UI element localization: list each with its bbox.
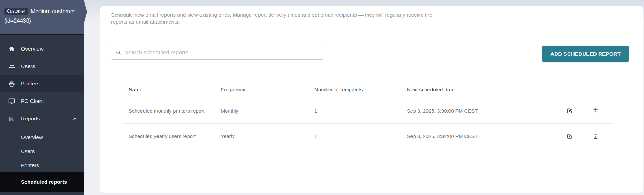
column-frequency: Frequency <box>221 87 314 92</box>
submenu-item-label: Users <box>21 148 35 154</box>
submenu-item-scheduled-reports[interactable]: Scheduled reports <box>0 172 84 192</box>
customer-header: CustomerMedium customer (id=24430) <box>0 0 84 35</box>
toolbar: ADD SCHEDULED REPORT <box>100 36 643 62</box>
column-name: Name <box>123 87 221 92</box>
chevron-up-icon <box>72 116 78 121</box>
sidebar-item-reports[interactable]: Reports <box>0 110 84 127</box>
submenu-item-label: Scheduled reports <box>21 179 67 185</box>
cell-next-date: Sep 3, 2025, 3:32:00 PM CEST <box>407 134 522 139</box>
printer-icon <box>8 81 15 87</box>
sidebar-nav: Overview Users Printers PC Client <box>0 35 84 192</box>
column-next-date: Next scheduled date <box>407 87 522 92</box>
row-actions <box>522 108 613 114</box>
row-actions <box>522 133 613 140</box>
sidebar: CustomerMedium customer (id=24430) Overv… <box>0 0 84 195</box>
search-input[interactable] <box>125 49 319 56</box>
table-row: Scheduled yearly users report Yearly 1 S… <box>123 123 613 149</box>
submenu-item-label: Overview <box>21 134 43 140</box>
sidebar-item-label: Printers <box>21 81 78 87</box>
sidebar-item-printers[interactable]: Printers <box>0 75 84 92</box>
trash-icon[interactable] <box>592 108 599 114</box>
search-box[interactable] <box>111 46 323 60</box>
submenu-item-printers[interactable]: Printers <box>0 158 84 172</box>
page-description: Schedule new email reports and view exis… <box>100 6 446 25</box>
scheduled-reports-table: Name Frequency Number of recipients Next… <box>123 81 613 149</box>
sidebar-item-users[interactable]: Users <box>0 58 84 75</box>
content-card: Schedule new email reports and view exis… <box>100 6 643 193</box>
edit-icon[interactable] <box>566 108 573 114</box>
sidebar-item-label: Reports <box>21 115 72 122</box>
cell-frequency: Monthly <box>221 108 314 114</box>
cell-name: Scheduled monthly printers report <box>123 108 221 114</box>
submenu-item-users[interactable]: Users <box>0 144 84 158</box>
reports-icon <box>8 115 15 122</box>
reports-submenu: Overview Users Printers Scheduled report… <box>0 130 84 192</box>
sidebar-item-label: Overview <box>21 46 78 52</box>
sidebar-item-overview[interactable]: Overview <box>0 40 84 58</box>
submenu-item-overview[interactable]: Overview <box>0 130 84 144</box>
main-area: Schedule new email reports and view exis… <box>84 0 644 195</box>
table-row: Scheduled monthly printers report Monthl… <box>123 98 613 123</box>
submenu-item-label: Printers <box>21 162 39 168</box>
column-recipients: Number of recipients <box>314 87 407 92</box>
search-icon <box>116 50 122 56</box>
users-icon <box>8 63 15 70</box>
sidebar-item-pc-client[interactable]: PC Client <box>0 92 84 110</box>
sidebar-item-label: Users <box>21 63 78 69</box>
monitor-icon <box>8 98 15 105</box>
cell-name: Scheduled yearly users report <box>123 134 221 139</box>
edit-icon[interactable] <box>566 133 573 140</box>
cell-next-date: Sep 3, 2025, 3:30:00 PM CEST <box>407 108 522 114</box>
cell-recipients: 1 <box>314 108 407 114</box>
cell-frequency: Yearly <box>221 134 314 139</box>
cell-recipients: 1 <box>314 134 407 139</box>
table-header-row: Name Frequency Number of recipients Next… <box>123 81 613 98</box>
customer-type-badge: Customer <box>4 8 28 15</box>
trash-icon[interactable] <box>592 133 599 140</box>
sidebar-item-label: PC Client <box>21 98 78 104</box>
add-scheduled-report-button[interactable]: ADD SCHEDULED REPORT <box>542 46 629 62</box>
home-icon <box>8 46 15 52</box>
